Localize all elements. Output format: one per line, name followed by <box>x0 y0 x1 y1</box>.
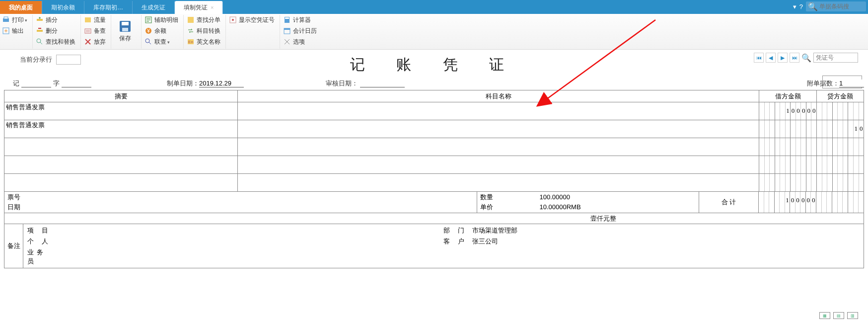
printer-icon <box>2 16 10 24</box>
billno-label: 票号 <box>7 193 20 201</box>
calculator-button[interactable]: 计算器 <box>283 15 317 25</box>
table-row[interactable]: 销售普通发票10 <box>4 120 864 138</box>
svg-rect-10 <box>122 28 128 31</box>
cell-debit[interactable] <box>759 174 817 192</box>
find-split-button[interactable]: 查找分单 <box>187 15 220 25</box>
cell-summary[interactable] <box>4 174 238 192</box>
voucher-meta: 票号 日期 数量100.00000 单价10.00000RMB 合 计 1000… <box>4 192 864 213</box>
footer-view-icons: ▦ ▤ ▥ <box>819 312 858 319</box>
cell-subject[interactable] <box>238 138 759 156</box>
top-search[interactable]: 🔍 <box>806 1 866 11</box>
lookup-button[interactable]: 联查 <box>145 37 178 47</box>
cell-credit[interactable] <box>817 174 864 192</box>
balance-button[interactable]: ¥余额 <box>145 26 178 36</box>
qty-value: 100.00000 <box>540 193 570 201</box>
save-button[interactable]: 保存 <box>114 15 136 47</box>
aux-detail-button[interactable]: 辅助明细 <box>145 15 178 25</box>
calendar-icon <box>283 27 291 35</box>
link-lookup-icon <box>145 38 152 46</box>
cell-subject[interactable] <box>238 174 759 192</box>
svg-rect-23 <box>284 28 290 30</box>
close-icon[interactable]: × <box>211 4 214 10</box>
cell-summary[interactable]: 销售普通发票 <box>4 120 238 138</box>
options-icon <box>283 38 291 46</box>
tab-inventory-opening[interactable]: 库存期初… <box>84 1 133 14</box>
accounting-calendar-button[interactable]: 会计日历 <box>283 26 317 36</box>
sum-chinese: 壹仟元整 <box>4 213 864 224</box>
attachment-count-input[interactable] <box>839 80 864 87</box>
col-debit: 借方金额 <box>759 90 817 102</box>
dropdown-icon[interactable]: ▾ <box>793 3 796 10</box>
table-row[interactable]: 销售普通发票100000 <box>4 102 864 120</box>
options-button[interactable]: 选项 <box>283 37 317 47</box>
voucher-header: 记 字 制单日期： 审核日期： 附单据数： <box>4 78 864 90</box>
tab-bar: 我的桌面 期初余额 库存期初… 生成凭证 填制凭证× ▾ ? 🔍 <box>0 0 868 14</box>
english-icon: En <box>187 38 195 46</box>
svg-rect-6 <box>85 17 91 22</box>
svg-rect-9 <box>122 22 129 25</box>
view-mode-2-icon[interactable]: ▤ <box>833 312 844 319</box>
backup-button[interactable]: 备查 <box>84 26 106 36</box>
cell-summary[interactable] <box>4 138 238 156</box>
table-row[interactable] <box>4 156 864 174</box>
svg-rect-3 <box>37 19 43 21</box>
cell-credit[interactable] <box>817 102 864 120</box>
dept-value: 市场渠道管理部 <box>472 226 517 235</box>
delete-entry-button[interactable]: 删分 <box>36 26 75 36</box>
empty-voucher-icon <box>229 16 237 24</box>
print-button[interactable]: 打印 <box>2 15 27 25</box>
voucher-grid: 摘要 科目名称 借方金额 贷方金额 销售普通发票100000销售普通发票10 <box>4 90 864 192</box>
svg-rect-21 <box>285 17 289 19</box>
output-button[interactable]: 输出 <box>2 26 27 36</box>
top-search-input[interactable] <box>819 3 864 10</box>
view-mode-3-icon[interactable]: ▥ <box>847 312 858 319</box>
subject-transfer-button[interactable]: 科目转换 <box>187 26 220 36</box>
show-empty-voucher-button[interactable]: 显示空凭证号 <box>229 15 275 25</box>
voucher-notes: 备注 项 目 部 门市场渠道管理部 个 人 客 户张三公司 业务员 <box>4 224 864 268</box>
tab-generate-voucher[interactable]: 生成凭证 <box>133 1 175 14</box>
discard-button[interactable]: 放弃 <box>84 37 106 47</box>
col-subject: 科目名称 <box>238 90 759 102</box>
svg-rect-7 <box>85 29 91 33</box>
make-date-input[interactable] <box>199 80 244 87</box>
cell-debit[interactable] <box>759 156 817 174</box>
table-row[interactable] <box>4 174 864 192</box>
voucher-title: 记 账 凭 证 <box>4 55 864 75</box>
svg-point-5 <box>37 39 41 43</box>
col-summary: 摘要 <box>4 90 238 102</box>
cell-subject[interactable] <box>238 102 759 120</box>
tab-fill-voucher[interactable]: 填制凭证× <box>175 1 223 14</box>
cell-debit[interactable] <box>759 120 817 138</box>
view-mode-1-icon[interactable]: ▦ <box>819 312 830 319</box>
attachment-count-label: 附单据数： <box>807 79 839 88</box>
notes-label: 备注 <box>4 224 23 268</box>
table-row[interactable] <box>4 138 864 156</box>
discard-icon <box>84 38 92 46</box>
customer-value: 张三公司 <box>472 237 498 246</box>
cell-subject[interactable] <box>238 156 759 174</box>
qty-label: 数量 <box>480 193 540 202</box>
sum-label: 合 计 <box>699 192 759 213</box>
flow-button[interactable]: 流量 <box>84 15 106 25</box>
tab-opening-balance[interactable]: 期初余额 <box>42 1 84 14</box>
transfer-icon <box>187 27 195 35</box>
tab-home[interactable]: 我的桌面 <box>0 1 42 14</box>
col-credit: 贷方金额 <box>817 90 864 102</box>
help-icon[interactable]: ? <box>799 3 803 10</box>
insert-row-icon <box>36 16 44 24</box>
cell-debit[interactable]: 100000 <box>759 102 817 120</box>
cell-credit[interactable]: 10 <box>817 120 864 138</box>
cell-debit[interactable] <box>759 138 817 156</box>
cell-summary[interactable] <box>4 156 238 174</box>
english-name-button[interactable]: En英文名称 <box>187 37 220 47</box>
cell-summary[interactable]: 销售普通发票 <box>4 102 238 120</box>
date-label: 日期 <box>7 203 20 211</box>
cell-credit[interactable] <box>817 138 864 156</box>
backup-icon <box>84 27 92 35</box>
cell-credit[interactable] <box>817 156 864 174</box>
insert-entry-button[interactable]: 插分 <box>36 15 75 25</box>
ribbon: 打印 输出 插分 删分 查找和替换 流量 备查 放弃 保存 辅助明细 ¥余额 联… <box>0 14 868 50</box>
find-replace-button[interactable]: 查找和替换 <box>36 37 75 47</box>
svg-point-14 <box>145 39 149 43</box>
cell-subject[interactable] <box>238 120 759 138</box>
